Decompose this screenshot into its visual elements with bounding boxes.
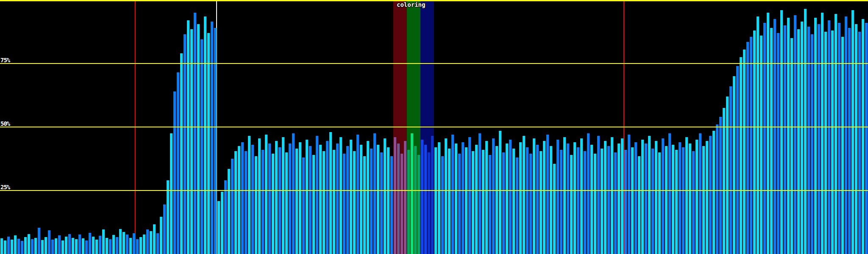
histogram-bar bbox=[672, 145, 674, 254]
histogram-bar bbox=[573, 142, 576, 254]
histogram-bar bbox=[326, 141, 328, 254]
histogram-bar bbox=[828, 20, 830, 254]
histogram-bar bbox=[607, 146, 610, 254]
histogram-bar bbox=[445, 138, 447, 254]
histogram-bar bbox=[455, 144, 457, 254]
histogram-bar bbox=[336, 144, 339, 254]
histogram-bar bbox=[272, 154, 274, 254]
histogram-bar bbox=[167, 180, 169, 254]
histogram-bar bbox=[238, 146, 240, 254]
histogram-bar bbox=[153, 224, 156, 254]
histogram-bar bbox=[757, 17, 759, 254]
histogram-bar bbox=[356, 135, 359, 254]
grid-line bbox=[0, 127, 868, 127]
histogram-bar bbox=[441, 156, 444, 254]
histogram-bar bbox=[268, 144, 271, 254]
histogram-bar bbox=[448, 149, 451, 254]
histogram-bar bbox=[397, 144, 400, 254]
histogram-bar bbox=[160, 217, 162, 254]
histogram-bar bbox=[851, 10, 854, 254]
histogram-bar bbox=[292, 133, 295, 254]
histogram-bar bbox=[716, 124, 718, 254]
histogram-bar bbox=[519, 142, 522, 254]
histogram-bar bbox=[712, 131, 715, 254]
histogram-bar bbox=[122, 232, 125, 254]
histogram-bar bbox=[597, 136, 600, 254]
histogram-bar bbox=[401, 154, 403, 254]
histogram-bar bbox=[634, 142, 637, 254]
histogram-bar bbox=[312, 155, 315, 254]
histogram-bar bbox=[150, 231, 152, 254]
histogram-bar bbox=[645, 144, 647, 254]
histogram-bar bbox=[750, 37, 752, 254]
histogram-bar bbox=[316, 136, 318, 254]
histogram-bar bbox=[790, 38, 793, 254]
histogram-bar bbox=[136, 239, 139, 254]
histogram-bar bbox=[489, 155, 491, 254]
grid-label: 50% bbox=[0, 121, 10, 127]
histogram-bar bbox=[24, 237, 27, 254]
histogram-bar bbox=[370, 149, 373, 254]
histogram-bar bbox=[156, 233, 159, 254]
histogram-bar bbox=[14, 235, 17, 254]
histogram-bar bbox=[601, 149, 603, 254]
histogram-bar bbox=[346, 146, 349, 254]
histogram-bar bbox=[648, 136, 651, 254]
histogram-bar bbox=[614, 152, 617, 254]
histogram-bar bbox=[329, 132, 332, 254]
histogram-bar bbox=[163, 204, 166, 254]
histogram-bar bbox=[65, 237, 67, 254]
histogram-bar bbox=[387, 147, 389, 254]
histogram-bar bbox=[563, 137, 566, 254]
histogram-bar bbox=[651, 149, 654, 254]
histogram-bar bbox=[590, 145, 593, 254]
histogram-bar bbox=[106, 238, 108, 254]
histogram-bar bbox=[523, 136, 525, 254]
histogram-bar bbox=[462, 142, 464, 254]
waveform-chart: coloring 75%50%25% bbox=[0, 0, 868, 254]
histogram-bar bbox=[282, 137, 284, 254]
histogram-bar bbox=[265, 135, 267, 254]
histogram-bar bbox=[668, 133, 671, 254]
histogram-bar bbox=[11, 240, 13, 254]
histogram-bar bbox=[641, 140, 644, 254]
histogram-bar bbox=[465, 147, 467, 254]
histogram-bar bbox=[733, 76, 735, 254]
histogram-bar bbox=[835, 14, 837, 254]
histogram-bar bbox=[811, 34, 813, 254]
histogram-bar bbox=[4, 240, 6, 254]
histogram-bar bbox=[143, 235, 145, 254]
histogram-bar bbox=[696, 140, 698, 254]
histogram-bar bbox=[177, 72, 179, 254]
histogram-bar bbox=[85, 240, 88, 254]
histogram-bar bbox=[228, 169, 230, 254]
histogram-bar bbox=[384, 138, 386, 254]
histogram-bar bbox=[360, 145, 362, 254]
histogram-bar bbox=[92, 237, 95, 254]
histogram-bar bbox=[82, 238, 84, 254]
histogram-bar bbox=[112, 235, 115, 254]
histogram-bar bbox=[245, 151, 247, 254]
histogram-bar bbox=[17, 239, 20, 254]
histogram-bar bbox=[116, 237, 118, 254]
histogram-bar bbox=[706, 141, 708, 254]
histogram-bar bbox=[855, 24, 857, 254]
histogram-bar bbox=[777, 33, 779, 254]
histogram-bar bbox=[506, 144, 508, 254]
histogram-bar bbox=[75, 239, 78, 254]
histogram-bar bbox=[129, 238, 132, 254]
histogram-bar bbox=[543, 141, 545, 254]
histogram-bar bbox=[377, 145, 379, 254]
histogram-bar bbox=[685, 137, 688, 254]
histogram-bar bbox=[353, 151, 356, 254]
grid-line bbox=[0, 63, 868, 64]
histogram-bar bbox=[373, 133, 376, 254]
histogram-bar bbox=[662, 138, 664, 254]
histogram-bar bbox=[550, 146, 552, 254]
histogram-bar bbox=[350, 140, 352, 254]
histogram-bar bbox=[299, 142, 301, 254]
histogram-bar bbox=[258, 138, 261, 254]
histogram-bar bbox=[577, 147, 579, 254]
histogram-bar bbox=[119, 229, 122, 254]
histogram-bar bbox=[58, 235, 61, 254]
